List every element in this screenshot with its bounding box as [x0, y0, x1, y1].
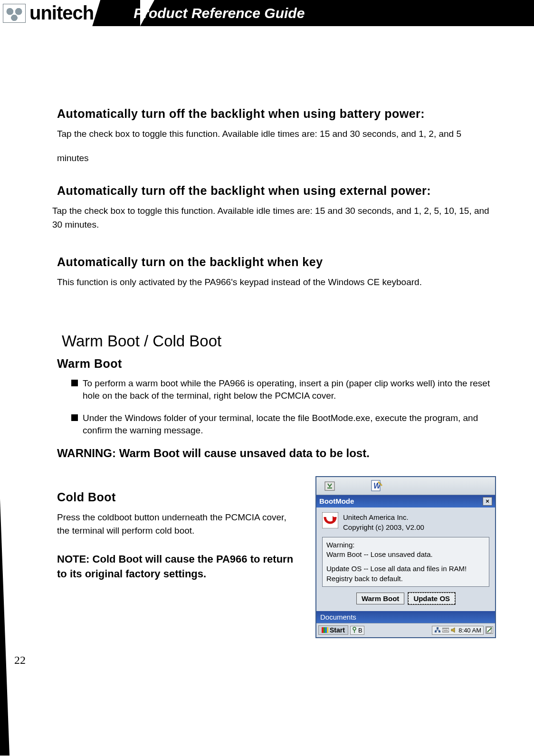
- text-cold-boot: Press the coldboot button underneath the…: [57, 511, 301, 538]
- close-button[interactable]: ×: [483, 497, 492, 506]
- update-os-button[interactable]: Update OS: [408, 593, 455, 604]
- unitech-logo-icon: [3, 4, 26, 23]
- taskbar: Start B: [316, 623, 495, 637]
- brand-logo-block: unitech: [0, 0, 100, 26]
- page-number: 22: [14, 654, 26, 667]
- bootmode-titlebar: BootMode ×: [316, 495, 495, 507]
- svg-rect-5: [435, 631, 437, 632]
- bullet-warm-1-text: To perform a warm boot while the PA966 i…: [83, 377, 496, 402]
- bullet-warm-1: To perform a warm boot while the PA966 i…: [71, 377, 496, 402]
- heading-backlight-battery: Automatically turn off the backlight whe…: [57, 107, 496, 121]
- page-body: Automatically turn off the backlight whe…: [0, 26, 534, 667]
- warm-boot-button[interactable]: Warm Boot: [356, 593, 404, 604]
- unitech-app-icon: [322, 512, 338, 528]
- brand-name: unitech: [29, 2, 94, 24]
- heading-cold-boot: Cold Boot: [57, 490, 301, 504]
- heading-backlight-key: Automatically turn on the backlight when…: [57, 255, 496, 269]
- section-title-boot: Warm Boot / Cold Boot: [62, 332, 496, 350]
- about-line-1: Unitech America Inc.: [343, 512, 424, 522]
- tray-area[interactable]: 8:40 AM: [432, 626, 484, 635]
- about-line-2: Copyright (c) 2003, V2.00: [343, 522, 424, 532]
- warn-label: Warning:: [326, 540, 485, 550]
- page-header: unitech Product Reference Guide: [0, 0, 534, 26]
- svg-point-4: [353, 627, 356, 630]
- header-triangle-decor: [140, 0, 154, 26]
- svg-rect-8: [442, 628, 449, 632]
- ime-indicator[interactable]: B: [350, 626, 364, 635]
- heading-warm-boot: Warm Boot: [57, 357, 496, 371]
- recycle-bin-icon: [323, 479, 336, 492]
- network-icon: [434, 627, 441, 633]
- show-desktop-icon[interactable]: [486, 626, 493, 634]
- volume-icon: [450, 627, 457, 633]
- documents-bar[interactable]: Documents: [316, 611, 495, 623]
- bootmode-body: Unitech America Inc. Copyright (c) 2003,…: [316, 507, 495, 611]
- text-backlight-key: This function is only activated by the P…: [57, 276, 496, 289]
- bootmode-button-row: Warm Boot Update OS: [322, 593, 489, 604]
- ime-icon: [352, 627, 357, 633]
- note-pencil-icon: [486, 627, 493, 633]
- text-backlight-battery-b: minutes: [57, 152, 496, 165]
- svg-rect-6: [439, 631, 440, 632]
- warn-line-1: Warm Boot -- Lose unsaved data.: [326, 550, 485, 559]
- bullet-warm-2-text: Under the Windows folder of your termina…: [83, 412, 496, 437]
- note-cold-boot: NOTE: Cold Boot will cause the PA966 to …: [57, 552, 301, 582]
- warn-line-2: Update OS -- Lose all data and files in …: [326, 564, 485, 584]
- tray-time: 8:40 AM: [458, 627, 481, 634]
- ime-letter: B: [358, 627, 362, 634]
- start-label: Start: [330, 626, 345, 634]
- bootmode-about: Unitech America Inc. Copyright (c) 2003,…: [322, 512, 489, 532]
- text-backlight-external: Tap the check box to toggle this functio…: [52, 204, 496, 231]
- bullet-warm-2: Under the Windows folder of your termina…: [71, 412, 496, 437]
- bullet-square-icon: [71, 380, 78, 386]
- start-button[interactable]: Start: [318, 625, 348, 635]
- warning-warm-boot: WARNING: Warm Boot will cause unsaved da…: [57, 447, 496, 460]
- header-title: Product Reference Guide: [134, 5, 305, 21]
- bullet-square-icon: [71, 414, 78, 421]
- bootmode-screenshot: W BootMode × Unitech America Inc.: [315, 476, 496, 638]
- keyboard-icon: [442, 627, 449, 633]
- text-backlight-battery-a: Tap the check box to toggle this functio…: [57, 127, 496, 141]
- bootmode-desktop-icons: W: [316, 477, 495, 495]
- windows-flag-icon: [322, 627, 328, 633]
- heading-backlight-external: Automatically turn off the backlight whe…: [57, 184, 496, 198]
- bootmode-title: BootMode: [319, 497, 354, 505]
- bootmode-warning-box: Warning: Warm Boot -- Lose unsaved data.…: [322, 537, 489, 587]
- wordpad-icon: W: [370, 479, 383, 492]
- svg-rect-7: [437, 627, 439, 629]
